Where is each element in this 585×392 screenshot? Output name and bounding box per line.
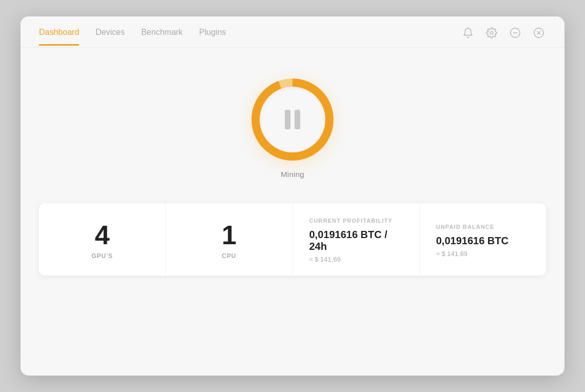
close-icon[interactable] — [532, 26, 546, 40]
mining-ring-inner — [260, 87, 325, 152]
pause-icon — [285, 110, 300, 129]
profitability-value: 0,0191616 BTC / 24h — [309, 229, 403, 252]
nav-plugins[interactable]: Plugins — [199, 28, 226, 46]
balance-cell: UNPAID BALANCE 0,0191616 BTC ≈ $ 141,69 — [420, 203, 546, 276]
nav-bar: Dashboard Devices Benchmark Plugins — [21, 16, 564, 48]
balance-section-label: UNPAID BALANCE — [436, 224, 495, 230]
profitability-sub: ≈ $ 141,69 — [309, 256, 341, 263]
stats-row: 4 GPU'S 1 CPU CURRENT PROFITABILITY 0,01… — [39, 203, 546, 276]
app-window: Dashboard Devices Benchmark Plugins — [21, 16, 564, 376]
nav-dashboard[interactable]: Dashboard — [39, 28, 79, 46]
nav-icon-group — [461, 26, 546, 47]
minimize-icon[interactable] — [508, 26, 522, 40]
nav-benchmark[interactable]: Benchmark — [141, 28, 183, 46]
svg-point-0 — [490, 31, 493, 34]
mining-toggle-button[interactable] — [251, 79, 334, 161]
pause-bar-left — [285, 110, 290, 129]
cpu-stat-cell: 1 CPU — [166, 203, 292, 276]
cpu-label: CPU — [222, 252, 236, 260]
gpu-stat-cell: 4 GPU'S — [39, 203, 166, 276]
balance-sub: ≈ $ 141,69 — [436, 250, 467, 258]
gear-icon[interactable] — [484, 26, 499, 40]
gpu-label: GPU'S — [91, 252, 113, 260]
main-content: Mining 4 GPU'S 1 CPU CURRENT PROFITABILI… — [21, 48, 564, 376]
cpu-count: 1 — [222, 222, 237, 248]
pause-bar-right — [295, 110, 300, 129]
gpu-count: 4 — [95, 222, 110, 248]
nav-devices[interactable]: Devices — [95, 28, 125, 46]
mining-label: Mining — [281, 170, 304, 179]
profitability-cell: CURRENT PROFITABILITY 0,0191616 BTC / 24… — [293, 203, 420, 276]
mining-button-area: Mining — [251, 79, 334, 179]
nav-links: Dashboard Devices Benchmark Plugins — [39, 28, 226, 46]
balance-value: 0,0191616 BTC — [436, 235, 509, 247]
profitability-section-label: CURRENT PROFITABILITY — [309, 218, 393, 224]
bell-icon[interactable] — [461, 26, 475, 40]
